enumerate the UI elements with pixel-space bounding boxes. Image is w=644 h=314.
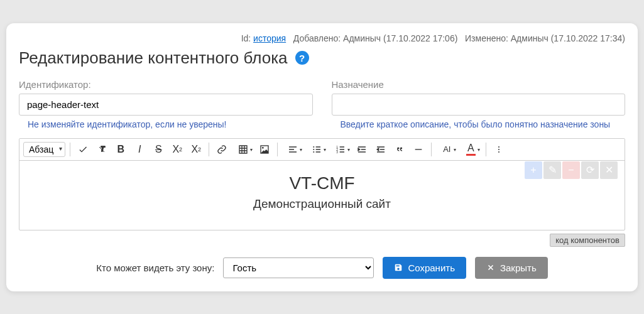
- tab-remove-icon[interactable]: −: [562, 161, 580, 179]
- format-select[interactable]: Абзац ▾: [23, 142, 65, 157]
- content-subline: Демонстрационный сайт: [32, 197, 612, 211]
- bold-icon[interactable]: B: [112, 141, 129, 158]
- font-family-icon[interactable]: AI▾: [436, 141, 457, 158]
- svg-point-4: [314, 151, 315, 153]
- svg-text:3: 3: [337, 151, 339, 154]
- added-value: Админыч (17.10.2022 17:06): [343, 33, 457, 43]
- side-color-tabs: + ✎ − ⟳ ✕: [525, 161, 618, 179]
- image-icon[interactable]: [256, 141, 273, 158]
- link-icon[interactable]: [214, 141, 230, 158]
- strikethrough-icon[interactable]: S: [150, 141, 166, 158]
- hr-icon[interactable]: [410, 141, 427, 158]
- purpose-label: Назначение: [332, 79, 626, 90]
- tab-edit-icon[interactable]: ✎: [543, 161, 561, 179]
- svg-point-1: [262, 147, 264, 149]
- tab-close-icon[interactable]: ✕: [600, 161, 618, 179]
- svg-point-3: [314, 149, 315, 150]
- ordered-list-icon[interactable]: 123▾: [330, 141, 351, 158]
- visibility-label: Кто может видеть эту зону:: [96, 263, 214, 273]
- check-icon[interactable]: [75, 141, 91, 158]
- svg-point-9: [498, 149, 499, 150]
- italic-icon[interactable]: I: [131, 141, 148, 158]
- outdent-icon[interactable]: [373, 141, 389, 158]
- history-link[interactable]: история: [253, 33, 286, 43]
- bullet-list-icon[interactable]: ▾: [306, 141, 327, 158]
- subscript-icon[interactable]: X2: [188, 141, 204, 158]
- editor-toolbar: Абзац ▾ B I S X2 X2 ▾ ▾ ▾ 123▾ AI: [19, 139, 625, 161]
- superscript-icon[interactable]: X2: [169, 141, 185, 158]
- svg-point-10: [498, 151, 499, 153]
- close-button[interactable]: Закрыть: [475, 257, 548, 279]
- tab-add-icon[interactable]: +: [525, 161, 542, 179]
- close-icon: [486, 263, 495, 272]
- font-color-icon[interactable]: A▾: [460, 141, 481, 158]
- indent-icon[interactable]: [354, 141, 370, 158]
- save-icon: [394, 263, 403, 272]
- table-icon[interactable]: ▾: [232, 141, 254, 158]
- footer-row: Кто может видеть эту зону: Гость Сохрани…: [19, 257, 625, 279]
- help-icon[interactable]: ?: [295, 51, 309, 65]
- clear-format-icon[interactable]: [94, 141, 110, 158]
- meta-row: Id: история Добавлено: Админыч (17.10.20…: [19, 33, 625, 43]
- chevron-down-icon: ▾: [59, 145, 62, 152]
- identifier-label: Идентификатор:: [19, 79, 313, 90]
- more-icon[interactable]: [491, 141, 507, 158]
- identifier-group: Идентификатор: Не изменяйте идентификато…: [19, 79, 313, 129]
- identifier-hint: Не изменяйте идентификатор, если не увер…: [19, 119, 313, 129]
- changed-label: Изменено:: [465, 33, 508, 43]
- component-code-button[interactable]: код компонентов: [550, 234, 625, 247]
- rich-text-editor: Абзац ▾ B I S X2 X2 ▾ ▾ ▾ 123▾ AI: [19, 138, 625, 230]
- page-title: Редактирование контентного блока: [19, 48, 288, 68]
- edit-content-block-dialog: Id: история Добавлено: Админыч (17.10.20…: [6, 23, 638, 291]
- visibility-select[interactable]: Гость: [223, 257, 374, 278]
- tab-refresh-icon[interactable]: ⟳: [581, 161, 599, 179]
- svg-point-2: [314, 146, 315, 148]
- added-label: Добавлено:: [293, 33, 341, 43]
- save-button[interactable]: Сохранить: [383, 257, 466, 279]
- changed-value: Админыч (17.10.2022 17:34): [511, 33, 625, 43]
- id-label: Id:: [241, 33, 251, 43]
- quote-icon[interactable]: [391, 141, 408, 158]
- purpose-group: Назначение Введите краткое описание, что…: [332, 79, 626, 129]
- svg-point-8: [498, 146, 499, 148]
- identifier-input[interactable]: [19, 94, 313, 116]
- align-icon[interactable]: ▾: [282, 141, 303, 158]
- purpose-input[interactable]: [332, 94, 626, 116]
- purpose-hint: Введите краткое описание, чтобы было пон…: [332, 119, 626, 129]
